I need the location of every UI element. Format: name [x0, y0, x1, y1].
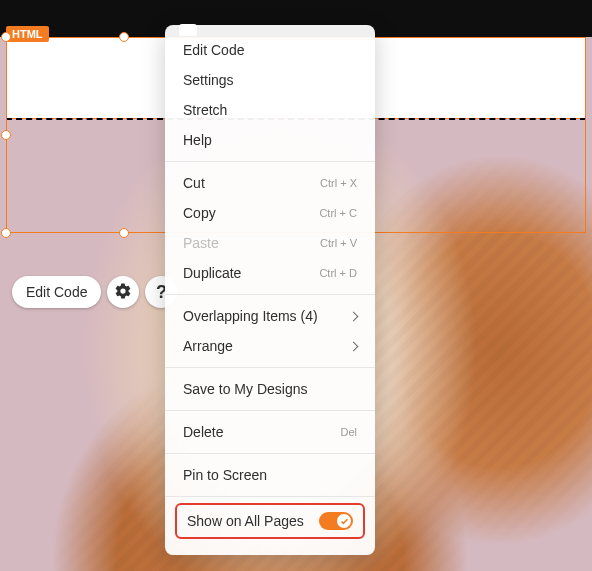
menu-item-shortcut: Ctrl + C — [319, 207, 357, 219]
menu-item-label: Overlapping Items (4) — [183, 308, 318, 324]
context-menu: Edit Code Settings Stretch Help Cut Ctrl… — [165, 25, 375, 555]
context-menu-tab — [179, 24, 197, 36]
menu-item-shortcut: Ctrl + D — [319, 267, 357, 279]
menu-divider — [165, 294, 375, 295]
resize-handle-nw[interactable] — [1, 32, 11, 42]
resize-handle-s[interactable] — [119, 228, 129, 238]
menu-delete[interactable]: Delete Del — [165, 417, 375, 447]
toggle-knob — [337, 514, 351, 528]
check-icon — [340, 517, 349, 526]
menu-copy[interactable]: Copy Ctrl + C — [165, 198, 375, 228]
menu-item-label: Settings — [183, 72, 234, 88]
chevron-right-icon — [349, 341, 359, 351]
menu-item-label: Help — [183, 132, 212, 148]
menu-item-shortcut: Ctrl + X — [320, 177, 357, 189]
menu-divider — [165, 161, 375, 162]
menu-item-label: Copy — [183, 205, 216, 221]
editor-canvas: HTML Edit Code ? Edit Code Settings S — [0, 0, 592, 571]
edit-code-button[interactable]: Edit Code — [12, 276, 101, 308]
menu-divider — [165, 367, 375, 368]
menu-item-label: Delete — [183, 424, 223, 440]
menu-help[interactable]: Help — [165, 125, 375, 155]
resize-handle-w[interactable] — [1, 130, 11, 140]
menu-stretch[interactable]: Stretch — [165, 95, 375, 125]
settings-button[interactable] — [107, 276, 139, 308]
element-type-badge: HTML — [6, 26, 49, 42]
menu-edit-code[interactable]: Edit Code — [165, 35, 375, 65]
menu-duplicate[interactable]: Duplicate Ctrl + D — [165, 258, 375, 288]
element-toolbar: Edit Code ? — [12, 276, 177, 308]
menu-divider — [165, 453, 375, 454]
resize-handle-n[interactable] — [119, 32, 129, 42]
menu-overlapping-items[interactable]: Overlapping Items (4) — [165, 301, 375, 331]
menu-arrange[interactable]: Arrange — [165, 331, 375, 361]
menu-item-label: Show on All Pages — [187, 513, 304, 529]
menu-item-shortcut: Ctrl + V — [320, 237, 357, 249]
menu-save-to-my-designs[interactable]: Save to My Designs — [165, 374, 375, 404]
menu-item-label: Save to My Designs — [183, 381, 308, 397]
gear-icon — [114, 282, 132, 303]
menu-item-shortcut: Del — [340, 426, 357, 438]
chevron-right-icon — [349, 311, 359, 321]
show-on-all-pages-toggle[interactable] — [319, 512, 353, 530]
menu-item-label: Arrange — [183, 338, 233, 354]
menu-divider — [165, 496, 375, 497]
menu-item-label: Stretch — [183, 102, 227, 118]
menu-item-label: Pin to Screen — [183, 467, 267, 483]
menu-paste: Paste Ctrl + V — [165, 228, 375, 258]
edit-code-button-label: Edit Code — [26, 284, 87, 300]
menu-item-label: Cut — [183, 175, 205, 191]
menu-item-label: Paste — [183, 235, 219, 251]
menu-item-label: Duplicate — [183, 265, 241, 281]
menu-settings[interactable]: Settings — [165, 65, 375, 95]
menu-pin-to-screen[interactable]: Pin to Screen — [165, 460, 375, 490]
menu-divider — [165, 410, 375, 411]
menu-item-label: Edit Code — [183, 42, 244, 58]
menu-show-on-all-pages[interactable]: Show on All Pages — [175, 503, 365, 539]
menu-cut[interactable]: Cut Ctrl + X — [165, 168, 375, 198]
resize-handle-sw[interactable] — [1, 228, 11, 238]
